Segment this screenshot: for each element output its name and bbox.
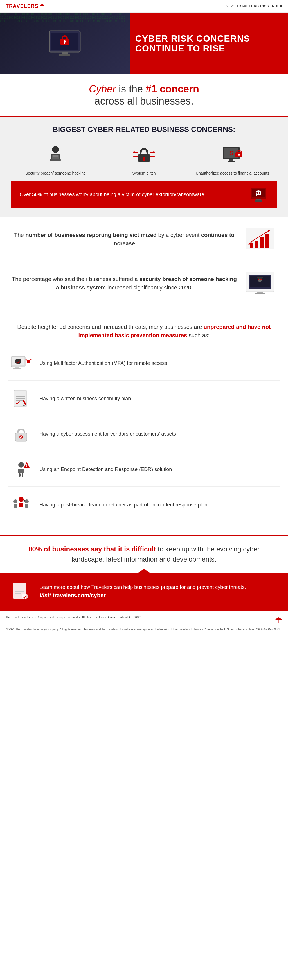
hacker-svg: !	[245, 270, 275, 296]
mfa-icon	[10, 353, 32, 373]
edr-icon: !	[10, 460, 32, 479]
hero-right: CYBER RISK CONCERNS CONTINUE TO RISE	[130, 13, 288, 75]
svg-rect-65	[13, 368, 21, 369]
learn-doc-svg	[11, 581, 31, 601]
svg-rect-32	[229, 159, 233, 161]
hero-title: CYBER RISK CONCERNS CONTINUE TO RISE	[135, 34, 282, 53]
concerns-icons: Security breach/ someone hacking	[11, 143, 277, 176]
financial-access-icon-wrap: $	[220, 143, 245, 168]
edr-icon-wrap: !	[8, 458, 34, 481]
svg-rect-64	[15, 367, 19, 368]
footer-company: The Travelers Indemnity Company and its …	[6, 616, 275, 619]
post-breach-icon	[10, 495, 32, 515]
unprepared-end: such as:	[187, 332, 210, 338]
svg-point-66	[27, 361, 30, 363]
prevention-mfa: Using Multifactor Authentication (MFA) f…	[8, 352, 280, 380]
svg-text:$: $	[229, 150, 233, 156]
prevention-cyber-assessment: Having a cyber assessment for vendors or…	[8, 423, 280, 451]
svg-point-7	[52, 146, 59, 153]
svg-rect-44	[254, 200, 262, 202]
svg-rect-49	[265, 234, 269, 248]
stat-text-1: The number of businesses reporting being…	[11, 231, 237, 248]
written-plan-icon	[10, 389, 32, 409]
svg-point-39	[259, 192, 261, 194]
svg-rect-56	[257, 277, 263, 278]
mfa-icon-wrap	[8, 352, 34, 375]
stat-item-1: The number of businesses reporting being…	[11, 225, 277, 253]
stats-section: The number of businesses reporting being…	[0, 217, 288, 314]
concern-label-financial: Unauthorized access to financial account…	[196, 170, 269, 176]
svg-rect-33	[227, 161, 235, 162]
concern-item-financial: $ Unauthorized access to financial accou…	[193, 143, 272, 176]
footer-umbrella-icon: ☂	[275, 616, 282, 625]
eighty-text: 80% of businesses say that it is difficu…	[17, 544, 271, 564]
subtitle-section: Cyber is the #1 concern across all busin…	[0, 75, 288, 116]
svg-point-82	[19, 497, 24, 502]
svg-rect-79	[22, 473, 23, 477]
unprepared-start: Despite heightened concerns and increase…	[17, 324, 204, 330]
eighty-bold: 80% of businesses say that it is difficu…	[29, 545, 156, 553]
hero-section: 0100101100101010011010101001101010100110…	[0, 13, 288, 75]
svg-rect-48	[260, 237, 264, 248]
cyber-assessment-icon-wrap	[8, 423, 34, 445]
svg-point-31	[238, 154, 240, 156]
page-header: TRAVELERS ☂ 2021 TRAVELERS RISK INDEX	[0, 0, 288, 13]
prevention-list: Using Multifactor Authentication (MFA) f…	[0, 352, 288, 535]
svg-rect-9	[52, 154, 59, 159]
umbrella-icon: ☂	[40, 3, 45, 10]
chart-svg	[245, 226, 275, 252]
prevention-text-assessment: Having a cyber assessment for vendors or…	[39, 431, 176, 438]
logo: TRAVELERS ☂	[6, 3, 45, 10]
concern-label-glitch: System glitch	[132, 170, 155, 176]
prevention-written-plan: Having a written business continuity pla…	[8, 388, 280, 416]
learn-description: Learn more about how Travelers can help …	[39, 584, 246, 591]
concerns-title: BIGGEST CYBER-RELATED BUSINESS CONCERNS:	[11, 125, 277, 134]
svg-point-19	[133, 151, 135, 153]
svg-rect-61	[255, 293, 265, 294]
ransomware-banner: Over 50% of businesses worry about being…	[11, 181, 277, 208]
stat-bold-1: number of businesses reporting being vic…	[25, 232, 157, 238]
prevention-text-edr: Using an Endpoint Detection and Response…	[39, 466, 172, 473]
footer-main: The Travelers Indemnity Company and its …	[6, 616, 282, 625]
skull-svg	[250, 187, 267, 202]
hero-left: 0100101100101010011010101001101010100110…	[0, 13, 130, 75]
index-label: 2021 TRAVELERS RISK INDEX	[226, 4, 282, 8]
learn-more-section: Learn more about how Travelers can help …	[0, 573, 288, 611]
svg-rect-83	[19, 503, 23, 507]
number1-label: #1 concern	[146, 83, 199, 95]
stat-bold-2: security breach of someone hacking a bus…	[56, 276, 237, 291]
subtitle-line2: across all businesses.	[94, 95, 194, 107]
post-breach-icon-wrap	[8, 494, 34, 516]
ransomware-end: of businesses worry about being a victim…	[43, 192, 206, 197]
svg-rect-77	[18, 469, 24, 473]
financial-icon: $	[221, 144, 244, 166]
svg-rect-78	[19, 473, 21, 477]
subtitle-text: Cyber is the #1 concern across all busin…	[17, 83, 271, 107]
subtitle-mid: is the	[119, 83, 146, 95]
svg-text:!: !	[26, 463, 27, 468]
stat-icon-chart	[243, 225, 277, 253]
svg-rect-43	[256, 199, 261, 200]
stat-icon-hacker: !	[243, 269, 277, 298]
ransomware-start: Over	[20, 192, 32, 197]
learn-url[interactable]: travelers.com/cyber	[53, 592, 106, 598]
svg-point-38	[256, 192, 258, 194]
svg-rect-16	[144, 159, 144, 161]
svg-rect-60	[257, 292, 263, 293]
prevention-text-plan: Having a written business continuity pla…	[39, 395, 131, 402]
bg-decoration: 0100101100101010011010101001101010100110…	[0, 13, 130, 75]
svg-point-57	[258, 279, 259, 280]
cyber-label: Cyber	[89, 83, 116, 95]
svg-rect-85	[14, 504, 17, 508]
stat-item-2: The percentage who said their business s…	[11, 269, 277, 298]
prevention-edr: ! Using an Endpoint Detection and Respon…	[8, 458, 280, 487]
ransomware-text: Over 50% of businesses worry about being…	[20, 191, 249, 198]
security-breach-icon	[44, 144, 67, 166]
visit-label: Visit	[39, 592, 51, 598]
system-glitch-icon	[133, 144, 155, 166]
eighty-section: 80% of businesses say that it is difficu…	[0, 536, 288, 573]
learn-text-block: Learn more about how Travelers can help …	[39, 584, 246, 600]
svg-point-58	[261, 279, 262, 280]
svg-rect-13	[50, 159, 61, 161]
svg-rect-47	[255, 240, 258, 248]
